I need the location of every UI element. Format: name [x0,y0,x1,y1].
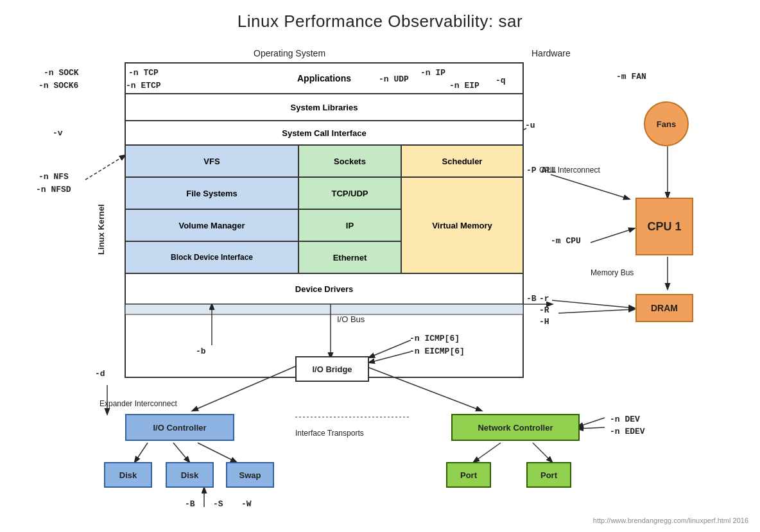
tcp-udp-layer: TCP/UDP [298,177,401,209]
svg-line-40 [173,443,189,462]
device-drivers-layer: Device Drivers [125,273,523,304]
n-ip-label: -n IP [420,68,445,78]
p-all-label: -P ALL [526,166,557,175]
n-sock6-label: -n SOCK6 [39,81,78,90]
diagram: Linux Performance Observability: sar [0,0,760,532]
big-b-label: -B [526,294,537,304]
svg-line-39 [135,443,148,462]
n-icmp-label: -n ICMP[6] [410,334,460,343]
m-cpu-label: -m CPU [551,236,581,246]
svg-line-45 [578,427,605,429]
big-s-label: -S [213,499,223,509]
sockets-layer: Sockets [298,145,401,177]
big-r-label: -R [539,305,549,315]
system-libraries-layer: System Libraries [125,94,523,121]
r-label: -r [539,294,549,304]
svg-line-52 [85,155,125,180]
svg-line-41 [198,443,236,462]
n-nfsd-label: -n NFSD [36,185,71,194]
n-eip-label: -n EIP [449,81,479,90]
os-label: Operating System [254,48,325,58]
svg-line-44 [578,418,605,427]
footer-url: http://www.brendangregg.com/linuxperf.ht… [593,517,748,524]
n-edev-label: -n EDEV [610,427,645,436]
swap-box: Swap [226,462,274,488]
disk2-box: Disk [166,462,214,488]
svg-line-37 [366,366,481,411]
cpu-box: CPU 1 [635,198,693,255]
io-bridge-box: I/O Bridge [295,356,369,382]
d-label: -d [95,369,105,379]
virtual-memory-layer: Virtual Memory [401,177,523,273]
m-fan-label: -m FAN [616,72,646,82]
n-tcp-label: -n TCP [128,68,159,78]
svg-line-43 [533,443,552,462]
big-b2-label: -B [185,499,195,509]
svg-line-47 [369,352,411,363]
n-udp-label: -n UDP [379,74,409,84]
disk1-box: Disk [104,462,152,488]
big-h-label: -H [539,317,549,327]
ip-layer: IP [298,209,401,241]
q-label: -q [496,76,506,85]
v-label: -v [53,128,63,138]
n-etcp-label: -n ETCP [126,81,161,90]
n-eicmp-label: -n EICMP[6] [410,347,465,356]
dram-box: DRAM [635,294,693,322]
svg-line-30 [558,309,634,313]
filesystems-layer: File Systems [125,177,298,209]
volume-manager-layer: Volume Manager [125,209,298,241]
ethernet-layer: Ethernet [298,241,401,273]
vfs-layer: VFS [125,145,298,177]
svg-line-26 [551,175,629,199]
hardware-label: Hardware [531,48,571,58]
svg-line-42 [474,443,501,462]
io-controller-box: I/O Controller [125,414,234,441]
b-label: -b [196,347,206,356]
svg-line-27 [591,228,634,243]
linux-kernel-label: Linux Kernel [96,204,106,255]
page-title: Linux Performance Observability: sar [0,0,760,31]
block-device-layer: Block Device Interface [125,241,298,273]
svg-line-29 [552,300,634,308]
port1-box: Port [446,462,491,488]
scheduler-layer: Scheduler [401,145,523,177]
svg-line-36 [193,366,295,411]
fans-circle: Fans [644,101,689,146]
big-w-label: -W [241,499,252,509]
u-label: -u [525,121,535,130]
svg-line-46 [369,340,411,357]
syscall-layer: System Call Interface [125,121,523,145]
n-nfs-label: -n NFS [39,172,69,182]
expander-interconnect-label: Expander Interconnect [99,399,177,408]
interface-transports-label: Interface Transports [295,429,364,438]
io-bus-label: I/O Bus [337,314,365,324]
n-dev-label: -n DEV [610,415,640,424]
port2-box: Port [526,462,571,488]
n-sock-label: -n SOCK [44,68,79,78]
network-controller-box: Network Controller [451,414,580,441]
memory-bus-label: Memory Bus [591,268,634,279]
